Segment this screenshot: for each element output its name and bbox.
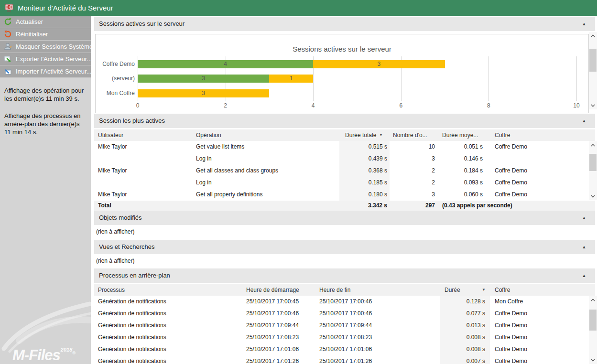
table-cell: 25/10/2017 17:01:26 — [319, 355, 439, 364]
table-cell: 25/10/2017 17:08:23 — [319, 332, 439, 343]
table-row[interactable]: Log in0.185 s20.093 sCoffre Demo — [94, 177, 595, 189]
refresh-icon — [4, 18, 12, 26]
logo-text: M-Files2018® — [12, 347, 76, 364]
table-row[interactable]: Génération de notifications25/10/2017 17… — [94, 308, 595, 320]
chevron-down-icon — [591, 359, 595, 362]
column-header-heure-fin[interactable]: Heure de fin — [319, 284, 350, 296]
table-cell: Coffre Demo — [495, 177, 590, 189]
table-row[interactable]: Génération de notifications25/10/2017 17… — [94, 343, 595, 355]
column-header-processus[interactable]: Processus — [98, 284, 125, 296]
section-header-modified-objects[interactable]: Objets modifiés ▲ — [94, 211, 595, 225]
table-cell: 0.146 s — [435, 153, 483, 165]
column-header-utilisateur[interactable]: Utilisateur — [98, 129, 123, 141]
table-cell: Génération de notifications — [98, 355, 241, 364]
collapse-arrow-icon[interactable]: ▲ — [580, 268, 588, 283]
table-cell: 0.060 s — [435, 189, 483, 201]
sessions-total-row: Total 3.342 s 297 (0.43 appels par secon… — [94, 201, 595, 211]
table-cell: 0.093 s — [435, 177, 483, 189]
column-header-heure-demarrage[interactable]: Heure de démarrage — [246, 284, 299, 296]
scrollbar-thumb[interactable] — [589, 310, 597, 331]
table-row[interactable]: Génération de notifications25/10/2017 17… — [94, 332, 595, 343]
table-cell: Génération de notifications — [98, 332, 241, 343]
collapse-arrow-icon[interactable]: ▲ — [580, 114, 588, 128]
chevron-down-icon — [591, 195, 595, 198]
column-header-coffre[interactable]: Coffre — [495, 129, 510, 141]
table-cell: Get all classes and class groups — [196, 165, 337, 177]
table-cell: Coffre Demo — [495, 308, 590, 320]
logo-year: 2018 — [61, 347, 72, 353]
sessions-table-body: Mike TaylorGet value list items0.515 s10… — [94, 141, 595, 201]
table-cell: Coffre Demo — [495, 343, 590, 355]
chart-vertical-scrollbar[interactable] — [589, 32, 597, 109]
bar-segment-yellow-sessions[interactable]: 3 — [313, 60, 445, 68]
table-cell: 0.184 s — [435, 165, 483, 177]
scroll-down-button[interactable] — [589, 193, 597, 200]
table-row[interactable]: Log in0.439 s30.146 s — [94, 153, 595, 165]
bar-segment-green-sessions[interactable]: 3 — [138, 75, 269, 83]
column-header-operation[interactable]: Opération — [196, 129, 221, 141]
table-cell: 0.051 s — [435, 141, 483, 153]
x-axis-tick-label: 8 — [479, 102, 498, 109]
section-header-active-sessions[interactable]: Sessions actives sur le serveur ▲ — [94, 17, 595, 31]
column-header-duree-moyenne[interactable]: Durée moye... — [442, 129, 478, 141]
table-cell: Génération de notifications — [98, 308, 241, 320]
chart-title: Sessions actives sur le serveur — [96, 45, 588, 53]
column-header-duree-totale[interactable]: Durée totale — [345, 129, 376, 141]
hide-system-sessions-button[interactable]: Masquer Sessions Système — [0, 41, 91, 53]
bar-segment-yellow-sessions[interactable]: 1 — [269, 75, 313, 83]
column-header-duree[interactable]: Durée — [445, 284, 460, 296]
table-row[interactable]: Mike TaylorGet all property definitions0… — [94, 189, 595, 201]
table-row[interactable]: Mike TaylorGet all classes and class gro… — [94, 165, 595, 177]
table-cell: 0.128 s — [440, 296, 490, 308]
scroll-down-button[interactable] — [589, 356, 597, 364]
sidebar: Actualiser Réinitialiser Masquer Session… — [0, 16, 91, 364]
background-table-body: Génération de notifications25/10/2017 17… — [94, 296, 595, 364]
refresh-button[interactable]: Actualiser — [0, 16, 91, 28]
table-cell: 0.368 s — [339, 165, 390, 177]
scrollbar-thumb[interactable] — [589, 49, 597, 72]
table-cell — [495, 153, 590, 165]
section-header-background-processes[interactable]: Processus en arrière-plan ▲ — [94, 268, 595, 283]
chevron-up-icon — [591, 144, 595, 147]
table-cell: Coffre Demo — [495, 332, 590, 343]
section-header-most-active-sessions[interactable]: Session les plus actives ▲ — [94, 114, 595, 128]
sessions-table-header: Utilisateur Opération Durée totale ▼ Nom… — [94, 129, 595, 141]
table-cell: 3 — [390, 189, 435, 201]
x-axis-tick-label: 4 — [304, 102, 323, 109]
table-cell: 0.007 s — [440, 355, 490, 364]
column-header-nombre[interactable]: Nombre d'o... — [393, 129, 427, 141]
reset-icon — [4, 30, 12, 38]
scroll-down-button[interactable] — [589, 102, 597, 109]
collapse-arrow-icon[interactable]: ▲ — [580, 240, 588, 254]
table-cell: 25/10/2017 17:09:44 — [319, 320, 439, 332]
table-cell: Mike Taylor — [98, 165, 194, 177]
reset-button[interactable]: Réinitialiser — [0, 28, 91, 41]
table-row[interactable]: Génération de notifications25/10/2017 17… — [94, 355, 595, 364]
scroll-up-button[interactable] — [589, 32, 597, 40]
table-row[interactable]: Génération de notifications25/10/2017 17… — [94, 320, 595, 332]
x-axis-tick-label: 10 — [567, 102, 586, 109]
scroll-up-button[interactable] — [589, 296, 597, 304]
section-header-views-searches[interactable]: Vues et Recherches ▲ — [94, 240, 595, 254]
chart-gridline — [488, 56, 489, 101]
table-cell: 0.013 s — [440, 320, 490, 332]
collapse-arrow-icon[interactable]: ▲ — [580, 17, 588, 31]
table-cell: 25/10/2017 17:00:46 — [246, 308, 318, 320]
bar-segment-green-sessions[interactable]: 4 — [138, 60, 313, 68]
scroll-up-button[interactable] — [589, 141, 597, 149]
sessions-vertical-scrollbar[interactable] — [589, 141, 597, 200]
table-cell: Log in — [196, 153, 337, 165]
table-cell: 0.439 s — [339, 153, 390, 165]
scrollbar-thumb[interactable] — [589, 154, 597, 171]
import-server-activity-button[interactable]: Importer l'Activité Serveur... — [0, 65, 91, 78]
background-vertical-scrollbar[interactable] — [589, 296, 597, 364]
sort-descending-icon: ▼ — [482, 284, 486, 296]
collapse-arrow-icon[interactable]: ▲ — [580, 211, 588, 225]
bar-segment-yellow-sessions[interactable]: 3 — [138, 89, 269, 97]
table-row[interactable]: Génération de notifications25/10/2017 17… — [94, 296, 595, 308]
column-header-coffre[interactable]: Coffre — [495, 284, 510, 296]
table-cell: 25/10/2017 17:09:44 — [246, 320, 318, 332]
table-row[interactable]: Mike TaylorGet value list items0.515 s10… — [94, 141, 595, 153]
export-server-activity-button[interactable]: Exporter l'Activité Serveur... — [0, 53, 91, 65]
table-cell — [98, 153, 194, 165]
